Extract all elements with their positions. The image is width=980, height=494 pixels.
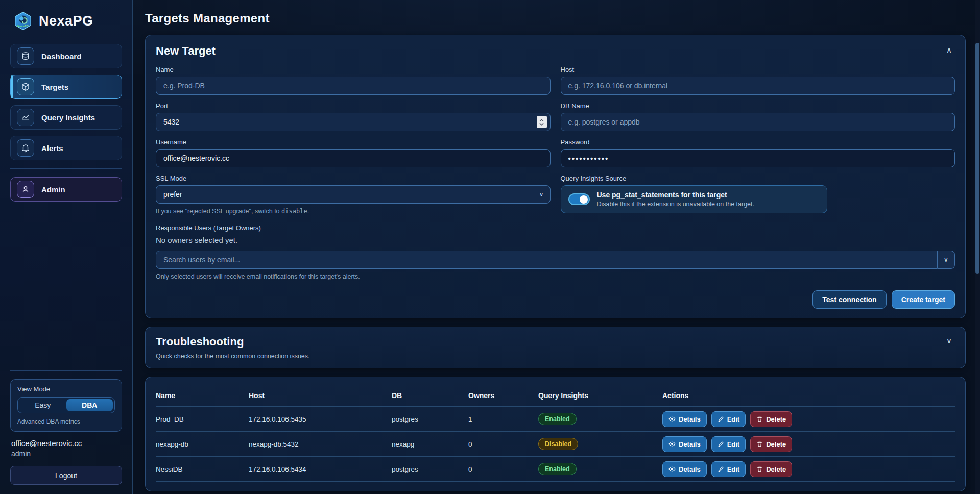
col-query-insights: Query Insights (538, 391, 662, 400)
details-button[interactable]: Details (662, 411, 707, 427)
page-title: Targets Management (145, 11, 966, 26)
sidebar-item-label: Admin (41, 185, 65, 194)
edit-button[interactable]: Edit (711, 461, 746, 477)
cell-owners: 0 (468, 465, 538, 473)
chart-icon (17, 109, 34, 126)
sidebar-item-targets[interactable]: Targets (10, 75, 122, 99)
view-mode-easy-button[interactable]: Easy (19, 399, 66, 411)
user-email: office@nesterovic.cc (11, 439, 121, 448)
chevron-up-icon[interactable]: ∧ (943, 44, 955, 56)
sidebar-item-alerts[interactable]: Alerts (10, 136, 122, 160)
view-mode-panel: View Mode Easy DBA Advanced DBA metrics (10, 379, 122, 432)
host-input[interactable] (561, 77, 955, 95)
user-icon (17, 181, 34, 198)
table-row: nexapg-db nexapg-db:5432 nexapg 0 Disabl… (156, 432, 955, 457)
scrollbar-thumb[interactable] (975, 43, 979, 274)
sslmode-select[interactable]: prefer ∨ (156, 185, 551, 204)
password-label: Password (561, 138, 955, 146)
cell-owners: 1 (468, 415, 538, 423)
owners-section: Responsible Users (Target Owners) No own… (156, 224, 955, 280)
chevron-down-icon[interactable]: ∨ (943, 335, 955, 347)
test-connection-button[interactable]: Test connection (812, 290, 886, 309)
troubleshooting-card: Troubleshooting ∨ Quick checks for the m… (145, 327, 966, 368)
toggle-knob (580, 195, 588, 204)
view-mode-hint: Advanced DBA metrics (17, 418, 115, 425)
owners-search-input[interactable] (156, 251, 938, 269)
owners-label: Responsible Users (Target Owners) (156, 224, 955, 232)
new-target-form: Name Host Port DB Name (156, 66, 955, 309)
details-button[interactable]: Details (662, 461, 707, 477)
table-row: Prod_DB 172.16.0.106:5435 postgres 1 Ena… (156, 407, 955, 432)
view-mode-label: View Mode (17, 385, 115, 393)
sslmode-hint: If you see "rejected SSL upgrade", switc… (156, 208, 551, 215)
delete-button[interactable]: Delete (750, 436, 792, 452)
details-button[interactable]: Details (662, 436, 707, 452)
new-target-card: New Target ∧ Name Host Port (145, 35, 966, 318)
password-input[interactable] (561, 149, 955, 167)
database-icon (17, 47, 34, 65)
trash-icon (756, 466, 763, 473)
number-stepper-icon[interactable] (537, 116, 547, 128)
trash-icon (756, 416, 763, 423)
sidebar-divider (10, 168, 122, 169)
svg-text:NexaPG: NexaPG (17, 24, 29, 28)
sidebar-nav: Dashboard Targets Query Insights (10, 44, 122, 160)
sslmode-field-group: SSL Mode prefer ∨ If you see "rejected S… (156, 175, 551, 215)
cube-icon (17, 78, 34, 95)
sidebar-item-dashboard[interactable]: Dashboard (10, 44, 122, 68)
row-actions: Details Edit Delete (662, 461, 955, 477)
password-field-group: Password (561, 138, 955, 167)
view-mode-dba-button[interactable]: DBA (66, 399, 113, 411)
edit-button[interactable]: Edit (711, 436, 746, 452)
cell-db: postgres (392, 465, 468, 473)
sidebar-item-query-insights[interactable]: Query Insights (10, 105, 122, 130)
cell-host: 172.16.0.106:5434 (249, 465, 392, 473)
dbname-input[interactable] (561, 113, 955, 131)
scrollbar-track[interactable] (975, 0, 980, 494)
name-input[interactable] (156, 77, 551, 95)
sidebar-item-label: Dashboard (41, 52, 81, 61)
logo-row: NexaPG NexaPG (13, 11, 122, 31)
details-label: Details (679, 465, 701, 473)
port-input[interactable] (156, 113, 551, 131)
user-role: admin (11, 450, 121, 458)
cell-owners: 0 (468, 440, 538, 448)
port-label: Port (156, 102, 551, 110)
delete-label: Delete (766, 465, 786, 473)
nexapg-logo-icon: NexaPG (13, 11, 33, 31)
username-input[interactable] (156, 149, 551, 167)
cell-name: NessiDB (156, 465, 249, 473)
pencil-icon (718, 466, 724, 473)
owners-dropdown-button[interactable]: ∨ (938, 251, 955, 269)
dbname-field-group: DB Name (561, 102, 955, 131)
cell-name: nexapg-db (156, 440, 249, 448)
col-db: DB (392, 391, 468, 400)
row-actions: Details Edit Delete (662, 436, 955, 452)
eye-icon (668, 440, 676, 448)
query-insights-source-label: Query Insights Source (561, 175, 955, 182)
status-badge: Enabled (538, 463, 577, 475)
name-label: Name (156, 66, 551, 73)
edit-label: Edit (727, 415, 740, 423)
troubleshooting-title: Troubleshooting (156, 335, 244, 349)
sslmode-hint-code: disable (281, 208, 307, 215)
targets-table-card: Name Host DB Owners Query Insights Actio… (145, 377, 966, 491)
view-mode-toggle[interactable]: Easy DBA (17, 397, 115, 413)
col-actions: Actions (662, 391, 955, 400)
port-field-group: Port (156, 102, 551, 131)
col-name: Name (156, 391, 249, 400)
sidebar-item-label: Query Insights (41, 113, 95, 122)
logout-button[interactable]: Logout (10, 466, 122, 485)
col-owners: Owners (468, 391, 538, 400)
edit-button[interactable]: Edit (711, 411, 746, 427)
create-target-button[interactable]: Create target (892, 290, 955, 309)
sslmode-value: prefer (163, 190, 182, 199)
delete-label: Delete (766, 415, 786, 423)
pg-stat-toggle[interactable] (568, 193, 590, 205)
sidebar-item-admin[interactable]: Admin (10, 177, 122, 202)
bell-icon (17, 139, 34, 157)
table-header-row: Name Host DB Owners Query Insights Actio… (156, 384, 955, 407)
cell-host: nexapg-db:5432 (249, 440, 392, 448)
delete-button[interactable]: Delete (750, 411, 792, 427)
delete-button[interactable]: Delete (750, 461, 792, 477)
